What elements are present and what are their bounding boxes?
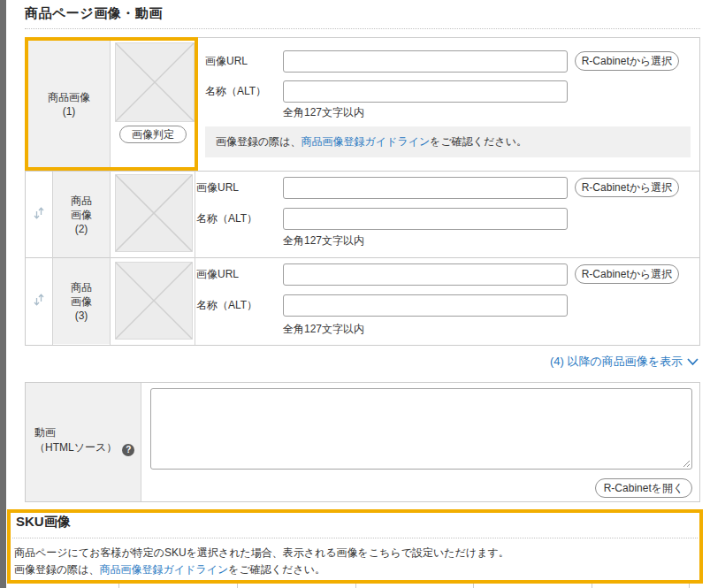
alt-input[interactable] — [283, 80, 568, 103]
image-url-label: 画像URL — [196, 267, 239, 282]
row-divider — [26, 257, 699, 258]
row3-label: 商品 — [71, 280, 92, 294]
sort-arrows-icon — [33, 293, 45, 307]
guideline-link[interactable]: 商品画像登録ガイドライン — [302, 134, 431, 149]
guideline-note: 画像登録の際は、商品画像登録ガイドラインをご確認ください。 — [205, 126, 691, 157]
image-judge-button[interactable]: 画像判定 — [119, 126, 187, 143]
image-url-label: 画像URL — [205, 54, 248, 69]
image-placeholder — [115, 42, 195, 122]
video-label-line2: （HTMLソース） — [34, 441, 117, 454]
alt-label: 名称（ALT） — [196, 298, 257, 313]
row2-label: 商品 — [71, 194, 92, 208]
column-border — [473, 584, 474, 588]
row1-label-cell: 商品画像 (1) — [28, 41, 110, 167]
help-icon[interactable]: ? — [122, 444, 134, 456]
image-placeholder — [115, 174, 193, 252]
cell-divider — [141, 383, 141, 501]
image-url-input[interactable] — [283, 50, 568, 73]
char-limit-note: 全角127文字以内 — [283, 322, 364, 337]
video-label-line1: 動画 — [34, 426, 56, 439]
note-suffix: をご確認ください。 — [228, 563, 325, 576]
cabinet-select-button[interactable]: R-Cabinetから選択 — [575, 178, 679, 197]
column-border — [355, 584, 356, 588]
cell-divider — [195, 38, 195, 345]
note-prefix: 画像登録の際は、 — [14, 563, 100, 576]
row2-label-cell: 商品 画像 (2) — [53, 172, 110, 257]
row3-label-number: (3) — [75, 309, 88, 323]
image-url-input[interactable] — [283, 263, 568, 286]
sku-section-title: SKU画像 — [16, 514, 71, 531]
column-border — [689, 584, 690, 588]
row2-label: 画像 — [71, 208, 92, 222]
alt-input[interactable] — [283, 208, 568, 230]
column-border — [118, 584, 119, 588]
char-limit-note: 全角127文字以内 — [283, 233, 364, 248]
alt-label: 名称（ALT） — [196, 211, 257, 226]
column-border — [592, 584, 592, 588]
cabinet-select-button[interactable]: R-Cabinetから選択 — [575, 264, 679, 284]
row2-sort-handle[interactable] — [27, 202, 51, 225]
row1-label: 商品画像 — [48, 90, 90, 104]
show-more-label: (4) 以降の商品画像を表示 — [550, 354, 683, 370]
alt-input[interactable] — [283, 294, 568, 317]
sort-arrows-icon — [33, 206, 45, 220]
cabinet-select-button[interactable]: R-Cabinetから選択 — [575, 51, 679, 71]
resize-grip-icon[interactable] — [682, 459, 691, 468]
video-label: 動画 （HTMLソース）? — [34, 425, 134, 456]
row2-label-number: (2) — [75, 222, 88, 236]
page-title: 商品ページ画像・動画 — [25, 5, 163, 22]
cabinet-open-button[interactable]: R-Cabinetを開く — [595, 478, 692, 498]
note-prefix: 画像登録の際は、 — [216, 134, 302, 149]
row3-label: 画像 — [71, 294, 92, 309]
row-divider — [26, 171, 699, 172]
title-divider — [25, 28, 700, 29]
column-border — [237, 584, 238, 588]
char-limit-note: 全角127文字以内 — [283, 105, 364, 120]
image-url-label: 画像URL — [196, 180, 239, 195]
sku-divider — [12, 538, 698, 538]
row3-sort-handle[interactable] — [27, 288, 51, 311]
image-placeholder — [115, 262, 193, 340]
note-suffix: をご確認ください。 — [430, 134, 527, 149]
show-more-images-link[interactable]: (4) 以降の商品画像を表示 — [550, 354, 699, 370]
sku-guideline-note: 画像登録の際は、商品画像登録ガイドラインをご確認ください。 — [14, 563, 325, 577]
sidebar-edge — [0, 0, 6, 588]
cell-divider — [110, 38, 111, 345]
alt-label: 名称（ALT） — [205, 84, 266, 99]
row3-label-cell: 商品 画像 (3) — [53, 258, 110, 344]
image-url-input[interactable] — [283, 177, 568, 199]
row1-label-number: (1) — [63, 104, 76, 118]
product-image-video-page: 商品ページ画像・動画 商品画像 (1) 画像判定 画像URL R-Cabinet… — [0, 0, 710, 588]
guideline-link[interactable]: 商品画像登録ガイドライン — [100, 563, 229, 576]
video-html-textarea[interactable] — [150, 388, 692, 470]
chevron-down-icon — [687, 358, 699, 366]
sku-description: 商品ページにてお客様が特定のSKUを選択された場合、表示される画像をこちらで設定… — [14, 546, 509, 560]
